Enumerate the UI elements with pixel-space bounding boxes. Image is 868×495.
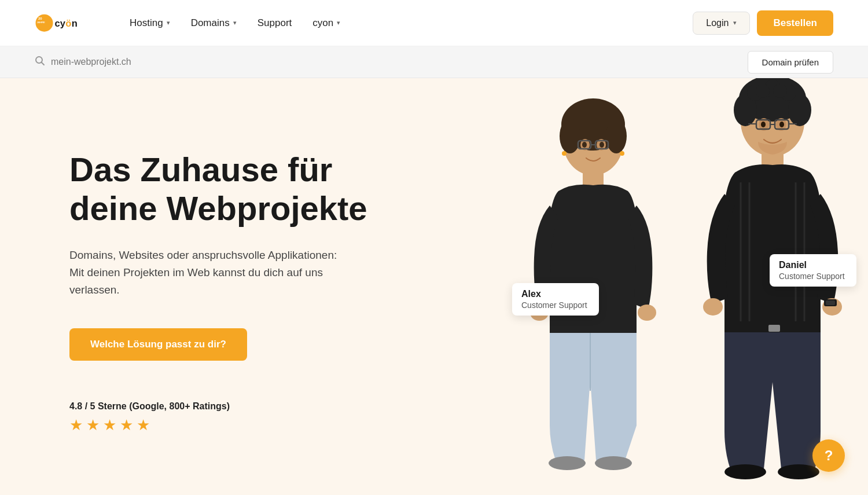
nav-cyon[interactable]: cyon ▾ [304,13,348,34]
daniel-role: Customer Support [779,272,847,281]
svg-point-46 [778,464,819,479]
help-button[interactable]: ? [812,439,845,472]
svg-line-7 [42,62,45,65]
svg-point-17 [595,456,632,470]
svg-point-24 [599,142,604,148]
hero-section: Das Zuhause für deine Webprojekte Domain… [0,78,868,495]
svg-point-14 [638,305,656,321]
svg-point-10 [560,119,580,153]
svg-text:JAHRE: JAHRE [37,21,45,24]
login-chevron-icon: ▾ [733,19,737,27]
domain-check-button[interactable]: Domain prüfen [748,51,833,74]
star-1: ★ [69,416,83,434]
hero-right: Alex Customer Support [477,78,868,495]
nav-hosting[interactable]: Hosting ▾ [122,13,178,34]
svg-point-45 [724,464,766,479]
nav-right: Login ▾ Bestellen [693,10,833,36]
hosting-chevron-icon: ▾ [167,19,170,27]
svg-point-11 [606,119,627,153]
svg-point-35 [773,84,787,98]
alex-name-tag: Alex Customer Support [512,283,599,316]
svg-point-23 [582,142,587,148]
hero-cta-button[interactable]: Welche Lösung passt zu dir? [69,328,247,361]
search-icon [35,56,45,69]
star-4: ★ [120,416,133,434]
alex-role: Customer Support [521,300,590,310]
svg-point-41 [703,298,723,316]
rating-text: 4.8 / 5 Sterne (Google, 800+ Ratings) [69,401,443,412]
daniel-illustration [683,78,862,495]
svg-point-25 [562,151,567,156]
search-bar: Domain prüfen [0,46,868,78]
search-inner [35,56,748,69]
domains-chevron-icon: ▾ [233,19,237,27]
svg-point-26 [620,151,624,156]
login-button[interactable]: Login ▾ [693,12,750,35]
bestellen-button[interactable]: Bestellen [757,10,833,36]
star-5: ★ [137,416,150,434]
logo[interactable]: 20 JAHRE cy ö n [35,9,87,38]
daniel-name: Daniel [779,260,847,270]
hero-left: Das Zuhause für deine Webprojekte Domain… [0,78,477,495]
svg-text:cy: cy [55,17,66,28]
svg-point-16 [549,456,586,470]
svg-text:ö: ö [65,17,71,28]
hero-subtitle: Domains, Websites oder anspruchsvolle Ap… [69,247,347,299]
svg-point-34 [756,84,770,98]
svg-text:n: n [72,17,78,28]
ratings: 4.8 / 5 Sterne (Google, 800+ Ratings) ★ … [69,401,443,434]
nav-links: Hosting ▾ Domains ▾ Support cyon ▾ [122,13,670,34]
svg-rect-44 [768,325,780,332]
star-rating: ★ ★ ★ ★ ★ [69,416,443,434]
hero-title: Das Zuhause für deine Webprojekte [69,151,393,228]
nav-support[interactable]: Support [249,13,300,34]
domain-search-input[interactable] [51,57,748,67]
nav-domains[interactable]: Domains ▾ [183,13,245,34]
star-2: ★ [86,416,100,434]
alex-name: Alex [521,289,590,299]
navbar: 20 JAHRE cy ö n Hosting ▾ Domains ▾ Supp… [0,0,868,46]
svg-rect-48 [826,300,835,305]
svg-point-57 [779,122,784,127]
daniel-name-tag: Daniel Customer Support [770,254,856,287]
svg-text:20: 20 [38,17,42,20]
star-3: ★ [103,416,116,434]
cyon-chevron-icon: ▾ [337,19,340,27]
svg-point-56 [761,122,766,127]
